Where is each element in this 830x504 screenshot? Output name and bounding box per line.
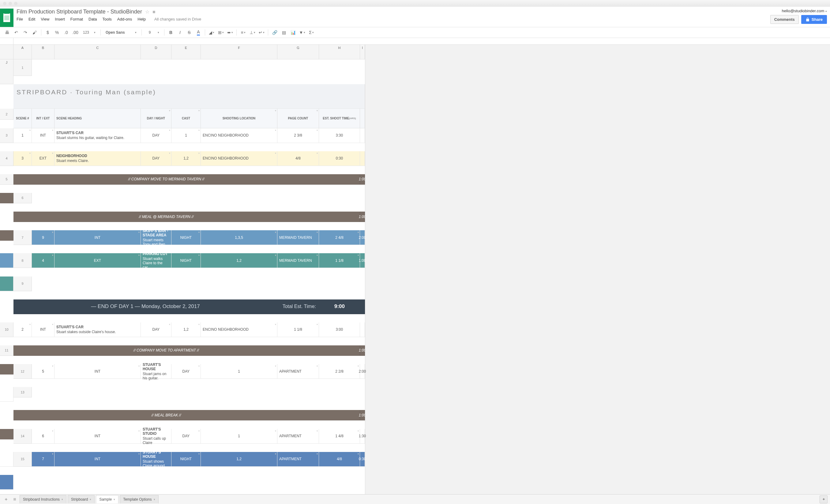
font-family-select[interactable]: Open Sans▾ bbox=[103, 30, 139, 35]
eod-total-label[interactable]: Total Est. Time: bbox=[277, 300, 319, 314]
cell-scene[interactable]: 5 bbox=[32, 364, 55, 379]
cell-intext[interactable]: EXT bbox=[32, 151, 55, 166]
number-format-select[interactable]: 123 ▾ bbox=[81, 30, 98, 35]
cell-location[interactable]: MERMAID TAVERN bbox=[277, 253, 319, 268]
cell-heading[interactable]: STUART'S HOUSEStuart shows Claire around… bbox=[141, 452, 171, 467]
row-header-15[interactable]: 15 bbox=[13, 452, 32, 467]
format-percent-icon[interactable]: % bbox=[53, 29, 61, 36]
row-header-6[interactable]: 6 bbox=[13, 193, 32, 203]
cell-pagecount[interactable]: 2 3/8 bbox=[277, 128, 319, 143]
cell-heading[interactable]: STUART'S CARStuart sturms his guitar, wa… bbox=[55, 128, 141, 143]
row-header-2[interactable]: 2 bbox=[0, 109, 13, 120]
spreadsheet-grid[interactable]: ABCDEFGHIJ1STRIPBOARD · Touring Man (sam… bbox=[0, 45, 365, 498]
cell-heading[interactable]: STUART'S STUDIOStuart calls up Claire bbox=[141, 429, 171, 444]
cell-scene[interactable]: 3 bbox=[13, 151, 32, 166]
cell-scene[interactable]: 1 bbox=[13, 128, 32, 143]
increase-decimal-icon[interactable]: .00 bbox=[71, 29, 79, 36]
cell-intext[interactable]: INT bbox=[32, 322, 55, 337]
add-sheet-button[interactable]: + bbox=[2, 496, 10, 498]
font-size-select[interactable]: 9▾ bbox=[144, 30, 162, 35]
functions-icon[interactable]: Σ▾ bbox=[308, 29, 315, 36]
column-header-A[interactable]: A bbox=[13, 45, 32, 59]
document-title[interactable]: Film Production Stripboard Template - St… bbox=[17, 8, 142, 15]
cell-daynight[interactable]: NIGHT bbox=[171, 253, 201, 268]
row-header-3[interactable]: 3 bbox=[0, 128, 13, 143]
comments-button[interactable]: Comments bbox=[770, 15, 799, 24]
column-header-G[interactable]: G bbox=[277, 45, 319, 59]
menu-edit[interactable]: Edit bbox=[29, 17, 35, 22]
insert-comment-icon[interactable]: ▤ bbox=[280, 29, 288, 36]
v-align-icon[interactable]: ⊥▾ bbox=[248, 29, 256, 36]
sheets-app-icon[interactable] bbox=[0, 8, 13, 27]
cell-pagecount[interactable]: 2 2/8 bbox=[319, 364, 360, 379]
bold-icon[interactable]: B bbox=[167, 29, 175, 36]
cell-daynight[interactable]: DAY bbox=[171, 364, 201, 379]
share-button[interactable]: Share bbox=[801, 15, 827, 24]
corner-cell[interactable] bbox=[0, 45, 13, 59]
banner-j[interactable] bbox=[0, 429, 13, 439]
cell-intext[interactable]: INT bbox=[32, 128, 55, 143]
cell-j[interactable] bbox=[0, 475, 13, 490]
insert-chart-icon[interactable]: 📊 bbox=[289, 29, 297, 36]
column-header-C[interactable]: C bbox=[55, 45, 141, 59]
cell-daynight[interactable]: NIGHT bbox=[171, 452, 201, 467]
cell-time[interactable]: 1:00 bbox=[360, 253, 365, 268]
banner-j[interactable] bbox=[0, 230, 13, 241]
menu-tools[interactable]: Tools bbox=[102, 17, 111, 22]
cell-location[interactable]: ENCINO NEIGHBORHOOD bbox=[201, 322, 277, 337]
cell-location[interactable]: APARTMENT bbox=[277, 364, 319, 379]
banner-time[interactable]: 1:00 bbox=[360, 410, 365, 420]
banner-empty[interactable] bbox=[319, 410, 360, 420]
cell-j[interactable] bbox=[0, 387, 13, 402]
banner-text[interactable]: // COMPANY MOVE TO APARTMENT // bbox=[13, 345, 319, 356]
traffic-min[interactable] bbox=[8, 2, 12, 5]
cell-j[interactable] bbox=[0, 452, 13, 467]
cell-scene[interactable]: 6 bbox=[32, 429, 55, 444]
banner-j[interactable] bbox=[0, 193, 13, 203]
row-header-11[interactable]: 11 bbox=[0, 345, 13, 356]
cell-j[interactable] bbox=[360, 128, 365, 143]
sheet-tab-sample[interactable]: Sample ▾ bbox=[96, 495, 119, 498]
star-icon[interactable]: ☆ bbox=[145, 9, 150, 15]
traffic-close[interactable] bbox=[3, 2, 6, 5]
strikethrough-icon[interactable]: S bbox=[185, 29, 193, 36]
cell-scene[interactable]: 2 bbox=[13, 322, 32, 337]
cell-cast[interactable]: 1,2 bbox=[171, 151, 201, 166]
cell-location[interactable]: MERMAID TAVERN bbox=[277, 230, 319, 245]
column-header-E[interactable]: E bbox=[171, 45, 201, 59]
cell-scene[interactable]: 4 bbox=[32, 253, 55, 268]
column-header-F[interactable]: F bbox=[201, 45, 277, 59]
cell-cast[interactable]: 1,2 bbox=[171, 322, 201, 337]
menu-format[interactable]: Format bbox=[70, 17, 83, 22]
sheet-tab-template-options[interactable]: Template Options ▾ bbox=[120, 495, 158, 498]
cell-intext[interactable]: INT bbox=[55, 429, 141, 444]
banner-time[interactable]: 1:00 bbox=[360, 212, 365, 222]
banner-empty[interactable] bbox=[319, 174, 360, 185]
cell-intext[interactable]: INT bbox=[55, 230, 141, 245]
decrease-decimal-icon[interactable]: .0 bbox=[62, 29, 70, 36]
cell-location[interactable]: APARTMENT bbox=[277, 429, 319, 444]
column-header-J[interactable]: J bbox=[0, 59, 13, 84]
cell-heading[interactable]: SKIPP'S BAR - STAGE AREAStuart meets Ton… bbox=[141, 230, 171, 245]
cell-time[interactable]: 3:30 bbox=[319, 128, 360, 143]
row-header-8[interactable]: 8 bbox=[13, 253, 32, 268]
cell-daynight[interactable]: DAY bbox=[171, 429, 201, 444]
row-header-7[interactable]: 7 bbox=[13, 230, 32, 245]
row-header-5[interactable]: 5 bbox=[0, 174, 13, 185]
menu-insert[interactable]: Insert bbox=[55, 17, 65, 22]
cell-cast[interactable]: 1,2 bbox=[201, 452, 277, 467]
cell-pagecount[interactable]: 2 4/8 bbox=[319, 230, 360, 245]
print-icon[interactable]: 🖶 bbox=[3, 29, 11, 36]
cell-location[interactable]: ENCINO NEIGHBORHOOD bbox=[201, 128, 277, 143]
row-header-4[interactable]: 4 bbox=[0, 151, 13, 166]
cell-heading[interactable]: STUART'S CARStuart stakes outside Claire… bbox=[55, 322, 141, 337]
banner-time[interactable]: 1:00 bbox=[360, 345, 365, 356]
cell-time[interactable]: 0:30 bbox=[319, 151, 360, 166]
traffic-max[interactable] bbox=[14, 2, 18, 5]
column-header-I[interactable]: I bbox=[360, 45, 365, 59]
cell-intext[interactable]: EXT bbox=[55, 253, 141, 268]
fill-color-icon[interactable]: ◢▾ bbox=[208, 29, 216, 36]
cell-daynight[interactable]: NIGHT bbox=[171, 230, 201, 245]
eod-text[interactable]: — END OF DAY 1 — Monday, October 2, 2017 bbox=[13, 300, 277, 314]
column-header-B[interactable]: B bbox=[32, 45, 55, 59]
